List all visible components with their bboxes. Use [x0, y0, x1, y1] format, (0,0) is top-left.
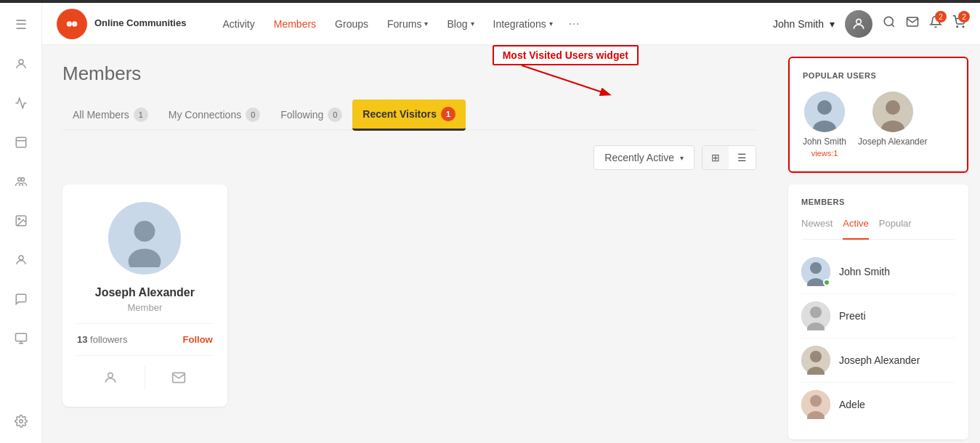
member-card-name: Joseph Alexander — [77, 286, 213, 299]
nav-username: John Smith — [773, 18, 824, 30]
member-tabs: All Members 1 My Connections 0 Following… — [62, 99, 756, 131]
svg-line-13 — [522, 65, 609, 94]
notification-badge: 2 — [935, 11, 947, 23]
member-list-joseph[interactable]: Joseph Alexander — [801, 338, 955, 383]
sidebar-chat-icon[interactable] — [8, 286, 34, 312]
tab-my-connections[interactable]: My Connections 0 — [158, 100, 270, 129]
tab-all-members[interactable]: All Members 1 — [62, 100, 158, 129]
sort-label: Recently Active — [604, 152, 674, 163]
profile-action-button[interactable] — [77, 366, 145, 389]
user-avatar[interactable] — [845, 10, 872, 38]
members-grid: Joseph Alexander Member 13 followers Fol… — [62, 184, 756, 407]
sidebar-menu-icon[interactable]: ☰ — [8, 12, 34, 38]
nav-groups[interactable]: Groups — [328, 14, 376, 34]
sidebar-groups-icon[interactable] — [8, 168, 34, 195]
members-widget: MEMBERS Newest Active Popular — [788, 184, 968, 439]
message-icon[interactable] — [906, 15, 919, 32]
svg-rect-1 — [16, 137, 26, 147]
nav-activity[interactable]: Activity — [215, 14, 262, 34]
nav-integrations[interactable]: Integrations ▾ — [486, 14, 560, 34]
logo-area[interactable]: Online Communities — [57, 9, 186, 39]
cart-badge: 2 — [958, 11, 970, 23]
member-list-adele[interactable]: Adele — [801, 383, 955, 426]
svg-point-6 — [18, 218, 20, 219]
popular-user-john-avatar — [804, 92, 845, 132]
follow-button[interactable]: Follow — [183, 334, 213, 345]
sidebar-user-icon[interactable] — [8, 51, 34, 77]
nav-links: Activity Members Groups Forums ▾ Blog ▾ … — [215, 14, 583, 34]
sidebar-image-icon[interactable] — [8, 208, 34, 234]
popular-user-joseph-name: Joseph Alexander — [858, 137, 927, 148]
member-card-actions — [77, 355, 213, 389]
svg-point-24 — [108, 373, 113, 378]
nav-members[interactable]: Members — [267, 14, 323, 34]
logo-icon — [57, 9, 87, 39]
svg-point-35 — [810, 306, 822, 318]
sort-chevron: ▾ — [680, 154, 684, 162]
member-list-joseph-name: Joseph Alexander — [839, 354, 920, 366]
popular-user-john[interactable]: John Smith views:1 — [803, 92, 846, 158]
page-title: Members — [62, 62, 756, 85]
svg-point-11 — [19, 420, 23, 423]
popular-users-widget: POPULAR USERS — [788, 57, 968, 173]
popular-users-grid: John Smith views:1 — [803, 92, 954, 158]
member-list-preeti[interactable]: Preeti — [801, 294, 955, 338]
members-tab-newest[interactable]: Newest — [801, 218, 833, 232]
nav-forums[interactable]: Forums ▾ — [380, 14, 435, 34]
member-card-stats: 13 followers Follow — [77, 323, 213, 345]
logo-text: Online Communities — [94, 17, 186, 30]
svg-point-32 — [810, 262, 822, 274]
svg-point-29 — [886, 100, 900, 115]
popular-user-joseph-avatar — [872, 92, 913, 132]
member-card: Joseph Alexander Member 13 followers Fol… — [62, 184, 227, 407]
tab-following[interactable]: Following 0 — [270, 100, 352, 129]
member-list-joseph-avatar — [801, 346, 830, 375]
left-sidebar: ☰ — [0, 3, 42, 443]
svg-point-4 — [21, 178, 25, 182]
member-list-john[interactable]: John Smith — [801, 250, 955, 294]
annotation-label: Most Visited Users widget — [493, 45, 639, 65]
sort-dropdown[interactable]: Recently Active ▾ — [594, 145, 694, 170]
member-list-adele-avatar — [801, 390, 830, 419]
svg-point-26 — [817, 100, 832, 115]
sidebar-settings-icon[interactable] — [8, 408, 34, 434]
svg-point-22 — [134, 221, 155, 242]
list-view-button[interactable]: ☰ — [729, 146, 756, 169]
members-widget-title: MEMBERS — [801, 198, 955, 206]
svg-line-18 — [891, 24, 894, 26]
sidebar-profile-icon[interactable] — [8, 247, 34, 273]
nav-more[interactable]: ··· — [564, 16, 584, 31]
user-menu[interactable]: John Smith ▾ — [773, 18, 835, 30]
sidebar-package-icon[interactable] — [8, 129, 34, 155]
followers-text: 13 followers — [77, 334, 127, 345]
right-sidebar: POPULAR USERS — [777, 45, 980, 443]
svg-point-17 — [884, 17, 893, 25]
members-tab-active[interactable]: Active — [843, 218, 868, 240]
popular-user-john-name: John Smith views:1 — [803, 137, 846, 158]
svg-point-41 — [810, 395, 822, 407]
message-action-button[interactable] — [145, 366, 213, 389]
online-indicator — [823, 279, 830, 286]
popular-user-joseph[interactable]: Joseph Alexander — [858, 92, 927, 158]
member-card-role: Member — [77, 302, 213, 313]
member-card-avatar[interactable] — [108, 202, 181, 275]
member-list-john-name: John Smith — [839, 266, 890, 277]
sidebar-screen-icon[interactable] — [8, 325, 34, 351]
svg-point-38 — [810, 351, 822, 362]
member-list-john-avatar — [801, 257, 830, 286]
tab-recent-visitors[interactable]: Recent Visitors 1 — [352, 99, 466, 131]
filter-bar: Recently Active ▾ ⊞ ☰ — [62, 145, 756, 170]
sidebar-activity-icon[interactable] — [8, 90, 34, 116]
svg-point-16 — [857, 19, 862, 24]
members-tab-popular[interactable]: Popular — [879, 218, 912, 232]
nav-blog[interactable]: Blog ▾ — [440, 14, 481, 34]
members-widget-tabs: Newest Active Popular — [801, 218, 955, 240]
member-list-adele-name: Adele — [839, 399, 865, 410]
svg-point-14 — [67, 21, 72, 26]
cart-icon[interactable]: 2 — [952, 15, 965, 32]
search-icon[interactable] — [883, 15, 896, 32]
navbar: Most Visited Users widget On — [42, 3, 980, 45]
grid-view-button[interactable]: ⊞ — [702, 146, 729, 169]
notifications-icon[interactable]: 2 — [929, 15, 942, 32]
member-list-preeti-name: Preeti — [839, 310, 866, 322]
